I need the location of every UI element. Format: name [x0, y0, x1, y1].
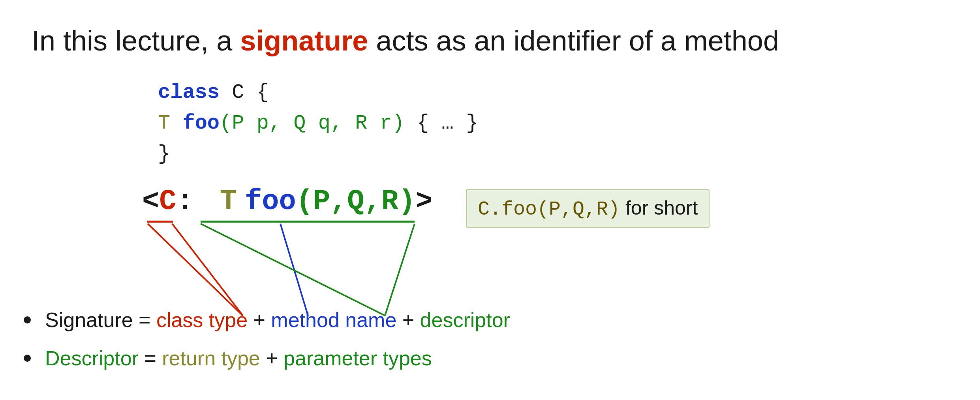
sig-return-T: T	[220, 185, 237, 218]
code-block: class C { T foo(P p, Q q, R r) { … } }	[158, 77, 948, 170]
b2-equals: =	[139, 347, 162, 370]
short-notation-box: C.foo(P,Q,R) for short	[466, 189, 710, 228]
code-classname: C {	[220, 81, 269, 104]
main-container: In this lecture, a signature acts as an …	[0, 0, 980, 400]
code-params: (P p, Q q, R r)	[220, 112, 404, 135]
code-keyword: class	[158, 81, 220, 104]
short-suffix: for short	[620, 197, 698, 219]
page-title: In this lecture, a signature acts as an …	[32, 24, 948, 58]
code-body: { … }	[404, 112, 478, 135]
b1-descriptor: descriptor	[420, 308, 510, 331]
b2-param-types: parameter types	[283, 347, 432, 370]
title-prefix: In this lecture, a	[32, 25, 240, 56]
code-line1: class C {	[158, 77, 948, 108]
bullet-1-text: Signature = class type + method name + d…	[45, 304, 510, 336]
sig-colon: :	[176, 185, 210, 218]
svg-line-6	[385, 224, 415, 316]
b2-plus: +	[260, 347, 283, 370]
sig-params: (P,Q,R)	[296, 185, 415, 218]
b1-prefix: Signature =	[45, 308, 156, 331]
bullet-1: Signature = class type + method name + d…	[24, 304, 510, 336]
code-return-type: T	[158, 112, 170, 135]
bullet-2-text: Descriptor = return type + parameter typ…	[45, 342, 432, 375]
bullet-dot-1	[24, 316, 31, 323]
b1-plus1: +	[248, 308, 271, 331]
signature-notation: <C: Tfoo(P,Q,R)>	[142, 185, 432, 218]
code-line3: }	[158, 139, 948, 170]
b2-descriptor-label: Descriptor	[45, 347, 139, 370]
bullet-dot-2	[24, 355, 31, 362]
b1-class-type: class type	[156, 308, 248, 331]
title-highlight: signature	[240, 25, 368, 56]
short-label: C.foo(P,Q,R)	[478, 198, 620, 221]
sig-method-foo: foo	[245, 185, 296, 218]
code-method-name: foo	[170, 112, 220, 135]
bullet-2: Descriptor = return type + parameter typ…	[24, 342, 510, 375]
svg-line-2	[148, 224, 243, 316]
code-close: }	[158, 142, 170, 166]
code-line2: T foo(P p, Q q, R r) { … }	[158, 108, 948, 139]
sig-class-C: C	[159, 185, 176, 218]
title-suffix: acts as an identifier of a method	[368, 25, 779, 56]
svg-line-4	[280, 224, 308, 316]
svg-line-5	[201, 224, 385, 316]
b1-method-name: method name	[271, 308, 396, 331]
sig-close-bracket: >	[415, 185, 432, 218]
sig-open-bracket: <	[142, 185, 159, 218]
b2-return-type: return type	[162, 347, 260, 370]
b1-plus2: +	[396, 308, 420, 331]
svg-line-3	[172, 224, 243, 316]
bullets-section: Signature = class type + method name + d…	[24, 304, 510, 380]
